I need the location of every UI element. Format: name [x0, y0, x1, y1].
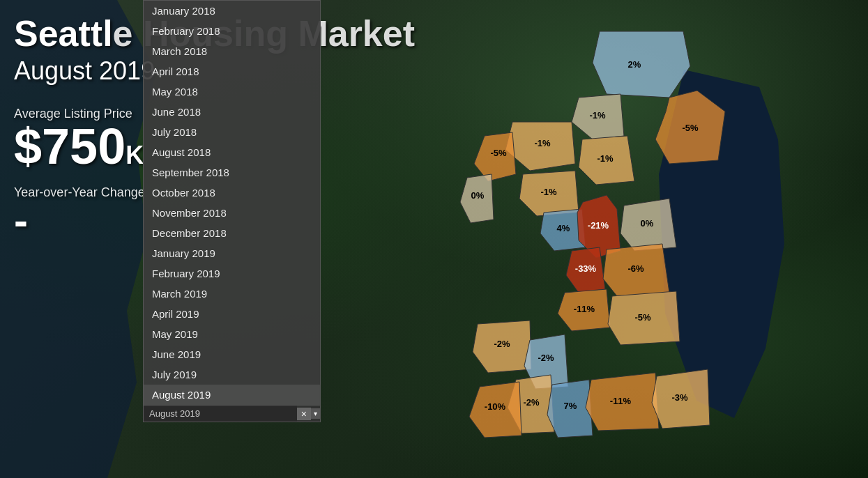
- dropdown-item[interactable]: June 2018: [144, 102, 320, 122]
- svg-text:-1%: -1%: [589, 110, 606, 121]
- svg-text:-2%: -2%: [494, 339, 510, 349]
- svg-text:-5%: -5%: [634, 312, 651, 323]
- svg-text:-10%: -10%: [485, 401, 506, 412]
- dropdown-item[interactable]: December 2018: [144, 223, 320, 243]
- svg-marker-0: [593, 31, 690, 98]
- dropdown-item[interactable]: May 2018: [144, 82, 320, 102]
- svg-text:-21%: -21%: [588, 220, 609, 231]
- dropdown-selected-input[interactable]: [144, 406, 297, 422]
- dropdown-item[interactable]: March 2018: [144, 41, 320, 61]
- dropdown-item[interactable]: October 2018: [144, 183, 320, 203]
- svg-text:7%: 7%: [564, 401, 577, 411]
- dropdown-item[interactable]: April 2018: [144, 61, 320, 82]
- svg-text:-11%: -11%: [610, 396, 632, 406]
- svg-text:0%: 0%: [641, 218, 654, 229]
- svg-text:-1%: -1%: [540, 187, 557, 197]
- svg-text:0%: 0%: [471, 190, 485, 201]
- dropdown-item[interactable]: August 2018: [144, 142, 320, 162]
- dropdown-clear-button[interactable]: ×: [297, 408, 311, 420]
- dropdown-item[interactable]: November 2018: [144, 203, 320, 223]
- svg-text:-3%: -3%: [671, 392, 688, 403]
- dropdown-item[interactable]: March 2019: [144, 284, 320, 304]
- dropdown-list[interactable]: January 2018February 2018March 2018April…: [143, 0, 321, 406]
- dropdown-item[interactable]: August 2019: [144, 385, 320, 405]
- dropdown-item[interactable]: July 2018: [144, 122, 320, 142]
- svg-text:-11%: -11%: [574, 304, 595, 314]
- dropdown-scroll-button[interactable]: ▾: [311, 408, 320, 419]
- dropdown-item[interactable]: February 2018: [144, 21, 320, 41]
- dropdown-selected-box: × ▾: [143, 406, 321, 422]
- svg-text:-1%: -1%: [597, 153, 614, 164]
- month-year-dropdown[interactable]: January 2018February 2018March 2018April…: [143, 0, 321, 422]
- svg-text:4%: 4%: [557, 223, 570, 233]
- dropdown-item[interactable]: January 2018: [144, 1, 320, 21]
- svg-text:-5%: -5%: [682, 123, 699, 133]
- svg-text:-6%: -6%: [627, 263, 644, 274]
- dropdown-item[interactable]: April 2019: [144, 304, 320, 324]
- svg-text:-33%: -33%: [575, 263, 597, 274]
- dropdown-item[interactable]: May 2019: [144, 324, 320, 344]
- svg-text:-2%: -2%: [523, 397, 540, 408]
- dropdown-item[interactable]: September 2018: [144, 162, 320, 183]
- svg-text:-2%: -2%: [538, 353, 554, 363]
- dropdown-item[interactable]: February 2019: [144, 263, 320, 284]
- dropdown-item[interactable]: June 2019: [144, 344, 320, 364]
- dropdown-item[interactable]: July 2019: [144, 364, 320, 385]
- svg-text:2%: 2%: [628, 59, 641, 70]
- svg-text:-1%: -1%: [534, 138, 551, 148]
- svg-text:-5%: -5%: [490, 148, 507, 158]
- dropdown-item[interactable]: January 2019: [144, 243, 320, 263]
